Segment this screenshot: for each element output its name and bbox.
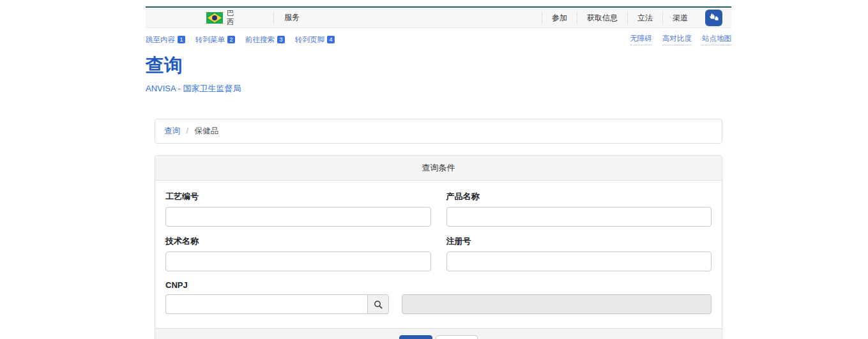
skip-link-label: 转到菜单 [195, 36, 225, 43]
breadcrumb-separator: / [186, 126, 188, 135]
top-menu: 参加 获取信息 立法 渠道 [542, 8, 731, 27]
technical-name-input[interactable] [165, 252, 431, 271]
panel-footer: 咨询 Limpar [155, 328, 722, 339]
menu-item-legislation[interactable]: 立法 [627, 11, 662, 24]
panel-title: 查询条件 [155, 156, 722, 181]
skip-to-menu-link[interactable]: 转到菜单2 [195, 35, 235, 45]
breadcrumb-current: 保健品 [194, 126, 218, 135]
services-menu[interactable]: 服务 [274, 12, 310, 23]
submit-query-button[interactable]: 咨询 [399, 335, 432, 339]
field-registration-number: 注册号 [446, 236, 712, 271]
skip-to-footer-link[interactable]: 转到页脚4 [295, 35, 335, 45]
skip-key-badge: 4 [327, 36, 335, 43]
skip-link-label: 前往搜索 [245, 36, 275, 43]
skip-link-label: 转到页脚 [295, 36, 324, 43]
cnpj-company-name-field [402, 294, 712, 314]
skip-to-search-link[interactable]: 前往搜索3 [245, 35, 285, 45]
country-label: 巴西 [227, 9, 235, 27]
cnpj-label: CNPJ [165, 280, 712, 290]
clear-button[interactable]: Limpar [436, 335, 478, 339]
field-product-name: 产品名称 [446, 191, 712, 227]
field-process-number: 工艺编号 [165, 191, 431, 227]
product-name-label: 产品名称 [446, 191, 712, 202]
cnpj-input-group [165, 294, 389, 314]
menu-item-participate[interactable]: 参加 [542, 11, 577, 24]
accessibility-link[interactable]: 无障碍 [630, 34, 653, 45]
process-number-label: 工艺编号 [165, 191, 431, 202]
technical-name-label: 技术名称 [165, 236, 431, 247]
field-technical-name: 技术名称 [165, 236, 431, 271]
process-number-input[interactable] [165, 207, 431, 227]
content-area: 查询 / 保健品 查询条件 工艺编号 产品名称 技术名称 [155, 119, 722, 339]
skip-key-badge: 2 [227, 36, 235, 43]
accessibility-links: 无障碍 高对比度 站点地图 [630, 34, 732, 45]
high-contrast-link[interactable]: 高对比度 [662, 34, 692, 45]
panel-body: 工艺编号 产品名称 技术名称 注册号 [155, 181, 722, 328]
breadcrumb: 查询 / 保健品 [155, 119, 722, 144]
sitemap-link[interactable]: 站点地图 [702, 34, 731, 45]
search-criteria-panel: 查询条件 工艺编号 产品名称 技术名称 [155, 155, 722, 339]
skip-to-content-link[interactable]: 跳至内容1 [146, 35, 185, 45]
product-name-input[interactable] [446, 207, 712, 227]
page-subtitle-link[interactable]: ANVISA - 国家卫生监督局 [146, 83, 731, 94]
field-cnpj: CNPJ [165, 280, 712, 314]
skip-key-badge: 3 [277, 36, 285, 43]
registration-number-label: 注册号 [446, 236, 712, 247]
cnpj-input[interactable] [165, 294, 367, 314]
vlibras-accessibility-button[interactable] [705, 10, 722, 26]
skip-link-label: 跳至内容 [146, 36, 175, 43]
page-container: 巴西 服务 参加 获取信息 立法 渠道 跳至内容1 转到菜单2 前往搜索3 转到… [146, 0, 731, 339]
skip-links-row: 跳至内容1 转到菜单2 前往搜索3 转到页脚4 无障碍 高对比度 站点地图 [146, 34, 731, 45]
menu-item-channels[interactable]: 渠道 [662, 11, 697, 24]
search-icon [374, 300, 383, 309]
brazil-flag-icon [206, 12, 223, 24]
breadcrumb-home-link[interactable]: 查询 [164, 126, 180, 135]
brand-area[interactable]: 巴西 [206, 9, 235, 27]
cnpj-search-button[interactable] [367, 294, 389, 314]
registration-number-input[interactable] [446, 252, 712, 271]
government-top-bar: 巴西 服务 参加 获取信息 立法 渠道 [146, 6, 731, 28]
menu-item-information[interactable]: 获取信息 [577, 11, 627, 24]
hands-icon [708, 13, 720, 23]
skip-key-badge: 1 [178, 36, 185, 43]
page-title: 查询 [146, 53, 731, 79]
